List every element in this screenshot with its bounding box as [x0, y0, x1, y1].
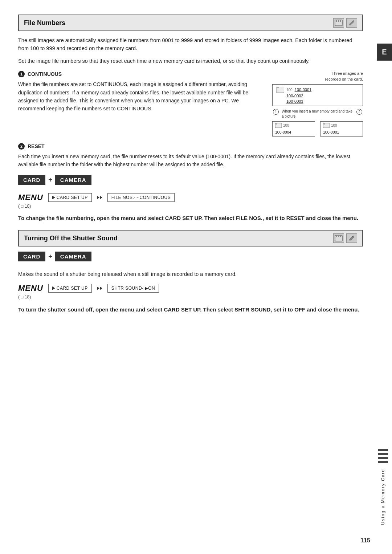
sidebar-line-4	[378, 461, 388, 463]
menu-step2-1: FILE NOS.····CONTINUOUS	[107, 193, 175, 202]
circle-2: 2	[18, 143, 25, 150]
svg-rect-2	[338, 20, 339, 22]
menu-step1-text-2: CARD SET UP	[57, 286, 88, 291]
sidebar-line-2	[378, 453, 388, 455]
double-arrow-2	[97, 286, 102, 290]
menu-row-1: MENU CARD SET UP FILE NOS.····CONTINUOUS	[18, 193, 363, 202]
plus-sign-1: +	[48, 176, 52, 184]
pencil-icon	[346, 18, 357, 28]
card-camera-combo-2: CARD + CAMERA	[18, 252, 91, 261]
card2-folder: 100	[331, 123, 337, 127]
diagram-folder-row: 100 100-0001	[276, 87, 359, 93]
continuous-diagram: Three images arerecorded on the card. 10…	[272, 71, 363, 137]
diag-card1: 100 100-0004	[272, 121, 315, 137]
svg-rect-13	[338, 235, 339, 237]
menu-step1-text-1: CARD SET UP	[57, 195, 88, 200]
card-label-1: CARD	[18, 175, 45, 185]
file-100-0002: 100-0002	[286, 94, 303, 98]
menu-row-2: MENU CARD SET UP SHTR SOUND··▶ON	[18, 284, 363, 293]
diag-circle-2: 2	[356, 109, 362, 115]
sidebar-line-3	[378, 457, 388, 459]
memory-card-icon	[333, 18, 344, 28]
camera-label-1: CAMERA	[55, 175, 91, 185]
file-100-0001: 100-0001	[295, 87, 312, 92]
header-icons	[333, 18, 357, 28]
card-camera-bar-1: CARD + CAMERA	[18, 175, 363, 188]
tri-arrow-1	[52, 196, 55, 199]
sidebar-line-1	[378, 449, 388, 451]
card-camera-combo-1: CARD + CAMERA	[18, 175, 91, 185]
file-numbers-title: File Numbers	[24, 19, 65, 27]
circle-1: 1	[18, 71, 25, 77]
e-tab: E	[377, 44, 392, 61]
diagram-main-card: 100 100-0001 100-0002 100-0003	[272, 84, 363, 106]
instruction-2: To turn the shutter sound off, open the …	[18, 305, 363, 314]
folder-num-100: 100	[286, 88, 293, 92]
shutter-body: Makes the sound of a shutter being relea…	[18, 270, 363, 278]
menu-page-ref-2: ( □ 18)	[18, 294, 363, 300]
file-numbers-body1: The still images are automatically assig…	[18, 36, 363, 53]
diag-card2: 100 100-0001	[320, 121, 363, 137]
tri-arrow-2	[52, 286, 55, 290]
shutter-header-icons	[333, 233, 357, 243]
menu-step2-text-2: SHTR SOUND··▶ON	[111, 286, 155, 291]
camera-label-2: CAMERA	[55, 252, 91, 261]
file-numbers-header: File Numbers	[18, 15, 363, 31]
card1-file: 100-0004	[275, 130, 291, 134]
diag-insert-text: When you insert a new empty card and tak…	[282, 109, 354, 119]
svg-rect-1	[336, 20, 337, 22]
reset-body: Each time you insert a new memory card, …	[18, 152, 363, 168]
shutter-title: Turning Off the Shutter Sound	[24, 235, 118, 242]
reset-title: 2 RESET	[18, 143, 363, 150]
menu-area-1: MENU CARD SET UP FILE NOS.····CONTINUOUS…	[18, 193, 363, 209]
continuous-body: When the file numbers are set to CONTINU…	[18, 80, 265, 112]
continuous-area: 1 CONTINUOUS When the file numbers are s…	[18, 71, 363, 137]
svg-rect-12	[336, 235, 337, 237]
file-row-3: 100-0003	[276, 99, 359, 103]
menu-step1-2: CARD SET UP	[48, 284, 92, 293]
menu-label-2: MENU	[18, 284, 43, 293]
shutter-section: Turning Off the Shutter Sound	[18, 230, 363, 314]
card-icon-2	[323, 123, 330, 128]
menu-page-ref-1: ( □ 18)	[18, 204, 363, 209]
right-sidebar: Using a Memory Card	[374, 449, 392, 525]
shutter-pencil-icon	[346, 233, 357, 243]
card-camera-bar-2: CARD + CAMERA	[18, 252, 363, 265]
svg-rect-10	[323, 123, 325, 125]
reset-section: 2 RESET Each time you insert a new memor…	[18, 143, 363, 168]
file-row-2: 100-0002	[276, 94, 359, 98]
diagram-arrow-row: 1 When you insert a new empty card and t…	[272, 109, 363, 119]
svg-rect-14	[340, 235, 341, 237]
diagram-bottom-cards: 100 100-0004 100 100-0001	[272, 121, 363, 137]
continuous-text-area: 1 CONTINUOUS When the file numbers are s…	[18, 71, 265, 137]
file-numbers-body2: Set the image file numbers so that they …	[18, 57, 363, 65]
svg-rect-8	[275, 123, 277, 125]
instruction-1: To change the file numbering, open the m…	[18, 214, 363, 223]
diagram-caption: Three images arerecorded on the card.	[272, 71, 363, 82]
svg-rect-3	[340, 20, 341, 22]
shutter-memory-card-icon	[333, 233, 344, 243]
menu-area-2: MENU CARD SET UP SHTR SOUND··▶ON ( □ 18)	[18, 284, 363, 300]
card2-file: 100-0001	[323, 130, 339, 134]
menu-step2-text-1: FILE NOS.····CONTINUOUS	[111, 195, 171, 200]
card-label-2: CARD	[18, 252, 45, 261]
sidebar-label: Using a Memory Card	[380, 469, 385, 525]
file-numbers-section: File Numbers	[18, 15, 363, 223]
card-svg-icon	[276, 87, 284, 93]
card1-folder: 100	[283, 123, 289, 127]
page-number: 115	[360, 537, 370, 544]
continuous-title: 1 CONTINUOUS	[18, 71, 265, 77]
card-icon-1	[275, 123, 282, 128]
menu-step2-2: SHTR SOUND··▶ON	[107, 284, 159, 293]
sidebar-lines	[378, 449, 388, 463]
shutter-header: Turning Off the Shutter Sound	[18, 230, 363, 247]
file-100-0003: 100-0003	[286, 99, 303, 103]
menu-step1-1: CARD SET UP	[48, 193, 92, 202]
diag-circle-1: 1	[273, 109, 279, 115]
svg-rect-6	[277, 87, 279, 88]
double-arrow-1	[97, 196, 102, 199]
plus-sign-2: +	[48, 253, 52, 260]
menu-label-1: MENU	[18, 193, 43, 202]
